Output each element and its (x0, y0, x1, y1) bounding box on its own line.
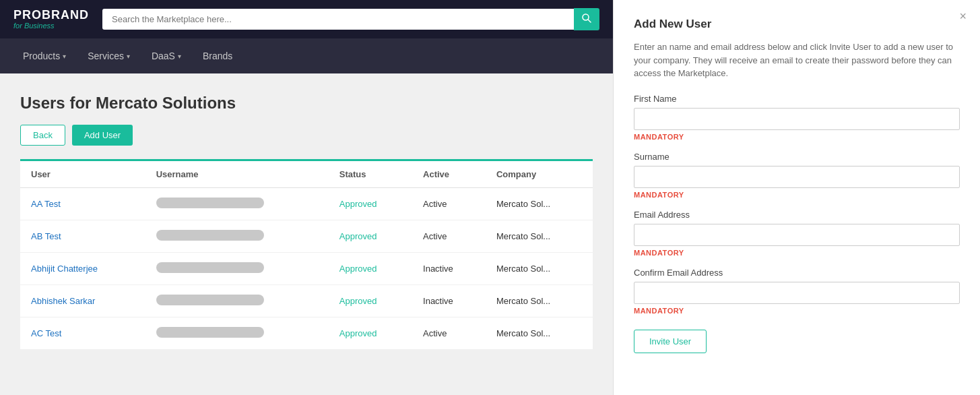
table-row: Abhijit ChatterjeeApprovedInactiveMercat… (20, 253, 593, 285)
company-cell: Mercato Sol... (486, 285, 593, 317)
mandatory-label: MANDATORY (634, 133, 960, 141)
form-input-email-address[interactable] (634, 224, 960, 246)
chevron-down-icon: ▾ (63, 53, 66, 60)
table-row: AB TestApprovedActiveMercato Sol... (20, 220, 593, 253)
panel-description: Enter an name and email address below an… (634, 40, 960, 80)
status-cell: Approved (329, 285, 412, 317)
company-cell: Mercato Sol... (486, 253, 593, 285)
form-label: First Name (634, 94, 960, 104)
active-cell: Inactive (412, 253, 486, 285)
invite-user-button[interactable]: Invite User (634, 330, 707, 353)
add-user-panel: × Add New User Enter an name and email a… (613, 0, 980, 395)
active-cell: Active (412, 220, 486, 253)
search-icon (582, 13, 591, 23)
mandatory-label: MANDATORY (634, 191, 960, 199)
col-user: User (20, 161, 145, 188)
status-cell: Approved (329, 253, 412, 285)
main-area: PROBRAND for Business Products ▾ Service… (0, 0, 613, 395)
logo: PROBRAND for Business (13, 9, 89, 30)
mandatory-label: MANDATORY (634, 249, 960, 257)
logo-sub: for Business (13, 22, 89, 30)
user-name: Abhishek Sarkar (20, 285, 145, 317)
search-button[interactable] (574, 8, 599, 30)
username-blur (156, 295, 264, 305)
company-cell: Mercato Sol... (486, 188, 593, 220)
content-area: Users for Mercato Solutions Back Add Use… (0, 73, 613, 395)
username-blur (156, 198, 264, 208)
username-cell (145, 220, 329, 253)
form-label: Confirm Email Address (634, 268, 960, 278)
action-buttons: Back Add User (20, 125, 593, 146)
header: PROBRAND for Business (0, 0, 613, 38)
back-button[interactable]: Back (20, 125, 65, 146)
form-group: SurnameMANDATORY (634, 152, 960, 199)
form-group: Confirm Email AddressMANDATORY (634, 268, 960, 315)
form-group: Email AddressMANDATORY (634, 210, 960, 257)
user-name: AB Test (20, 220, 145, 253)
svg-line-1 (588, 20, 591, 22)
panel-title: Add New User (634, 18, 960, 31)
col-status: Status (329, 161, 412, 188)
table-row: Abhishek SarkarApprovedInactiveMercato S… (20, 285, 593, 317)
nav-item-brands[interactable]: Brands (193, 38, 242, 73)
user-name: Abhijit Chatterjee (20, 253, 145, 285)
nav-item-daas[interactable]: DaaS ▾ (142, 38, 191, 73)
navigation: Products ▾ Services ▾ DaaS ▾ Brands (0, 38, 613, 73)
form-group: First NameMANDATORY (634, 94, 960, 141)
status-cell: Approved (329, 188, 412, 220)
form-input-first-name[interactable] (634, 108, 960, 130)
username-cell (145, 285, 329, 317)
username-blur (156, 262, 264, 273)
form-label: Email Address (634, 210, 960, 220)
active-cell: Inactive (412, 285, 486, 317)
add-user-form: First NameMANDATORYSurnameMANDATORYEmail… (634, 94, 960, 315)
table-row: AC TestApprovedActiveMercato Sol... (20, 317, 593, 350)
user-name: AA Test (20, 188, 145, 220)
form-label: Surname (634, 152, 960, 162)
active-cell: Active (412, 188, 486, 220)
col-username: Username (145, 161, 329, 188)
company-cell: Mercato Sol... (486, 317, 593, 350)
form-input-confirm-email-address[interactable] (634, 282, 960, 304)
username-blur (156, 230, 264, 241)
status-cell: Approved (329, 317, 412, 350)
table-row: AA TestApprovedActiveMercato Sol... (20, 188, 593, 220)
search-input[interactable] (102, 9, 574, 30)
mandatory-label: MANDATORY (634, 307, 960, 315)
company-cell: Mercato Sol... (486, 220, 593, 253)
col-active: Active (412, 161, 486, 188)
username-blur (156, 327, 264, 338)
add-user-button[interactable]: Add User (72, 125, 133, 146)
chevron-down-icon: ▾ (178, 53, 181, 60)
form-input-surname[interactable] (634, 166, 960, 188)
username-cell (145, 188, 329, 220)
chevron-down-icon: ▾ (127, 53, 130, 60)
nav-item-products[interactable]: Products ▾ (13, 38, 75, 73)
users-table: User Username Status Active Company AA T… (20, 161, 593, 350)
status-cell: Approved (329, 220, 412, 253)
nav-item-services[interactable]: Services ▾ (78, 38, 139, 73)
page-title: Users for Mercato Solutions (20, 94, 593, 113)
table-wrapper: User Username Status Active Company AA T… (20, 161, 593, 350)
username-cell (145, 253, 329, 285)
user-name: AC Test (20, 317, 145, 350)
username-cell (145, 317, 329, 350)
col-company: Company (486, 161, 593, 188)
logo-main: PROBRAND (13, 9, 89, 22)
search-bar (102, 8, 599, 30)
active-cell: Active (412, 317, 486, 350)
users-table-section: User Username Status Active Company AA T… (20, 159, 593, 350)
close-button[interactable]: × (959, 9, 967, 24)
